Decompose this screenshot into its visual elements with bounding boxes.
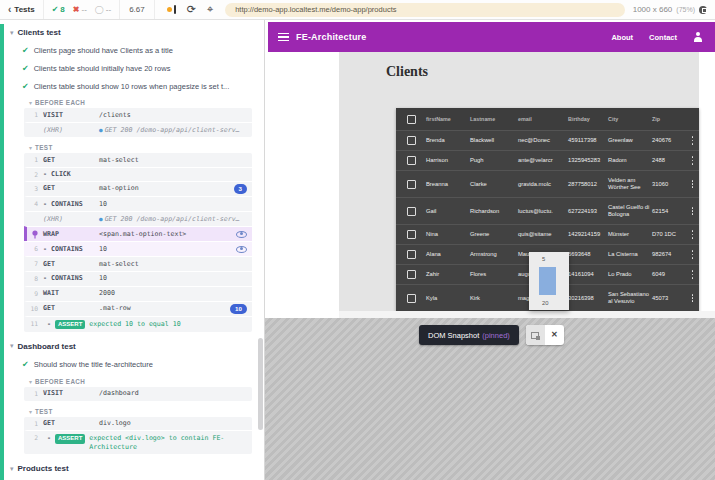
command-number: 1 xyxy=(27,389,43,397)
suite-header[interactable]: ▾Clients test xyxy=(6,22,254,42)
test-title-row[interactable]: ✔Clients table should show 10 rows when … xyxy=(6,78,254,96)
column-header: Lastname xyxy=(470,116,518,122)
eye-icon[interactable] xyxy=(236,231,247,238)
command-row[interactable]: 1GETmat-select xyxy=(24,153,252,167)
block-label[interactable]: ▾TEST xyxy=(24,405,252,417)
user-icon[interactable] xyxy=(693,32,703,42)
kebab-menu-icon[interactable] xyxy=(692,270,694,278)
pagesize-option-20[interactable]: 20 xyxy=(529,296,569,310)
command-row[interactable]: 6- CONTAINS10 xyxy=(24,241,252,256)
table-row[interactable]: BrendaBlackwellnec@Donec459117398Greenla… xyxy=(396,130,699,150)
kebab-menu-icon[interactable] xyxy=(692,156,694,164)
scrollbar-thumb[interactable] xyxy=(258,338,263,430)
cell-city: San Sebastiano al Vesuvio xyxy=(608,291,652,304)
row-checkbox[interactable] xyxy=(407,136,416,145)
pending-stat[interactable]: ◯ -- xyxy=(95,5,111,14)
command-method: VISIT xyxy=(43,389,99,397)
command-row[interactable]: 3GETmat-option3 xyxy=(24,181,252,196)
aut-panel: FE-Architecture AboutContact Clients fir… xyxy=(264,20,715,480)
suite-header[interactable]: ▾Dashboard test xyxy=(6,336,254,356)
chevron-down-icon: ▾ xyxy=(29,408,32,415)
table-row[interactable]: BreannaClarkegravida.molc287758012Velden… xyxy=(396,170,699,197)
command-row[interactable]: 2-ASSERTexpected <div.logo> to contain F… xyxy=(24,430,252,454)
snapshot-pill: DOM Snapshot (pinned) xyxy=(419,325,519,345)
check-icon: ✔ xyxy=(52,5,59,14)
command-row[interactable]: 1VISIT/clients xyxy=(24,108,252,122)
auto-scroll-toggle-icon[interactable] xyxy=(167,5,176,14)
command-row[interactable]: 10GET.mat-row10 xyxy=(24,301,252,316)
unpin-snapshot-button[interactable]: ✕ xyxy=(545,325,564,345)
select-all-checkbox[interactable] xyxy=(407,115,416,124)
command-method: GET xyxy=(43,156,99,164)
cell-firstname: Alana xyxy=(426,251,470,258)
command-method: GET xyxy=(43,184,99,192)
command-row[interactable]: 7GETmat-select xyxy=(24,256,252,271)
row-checkbox[interactable] xyxy=(407,250,416,259)
test-title-row[interactable]: ✔Should show the title fe-architecture xyxy=(6,356,254,374)
row-checkbox-cell xyxy=(396,207,426,216)
nav-link-contact[interactable]: Contact xyxy=(649,33,677,42)
chevron-down-icon: ▾ xyxy=(10,465,14,473)
kebab-menu-icon[interactable] xyxy=(692,230,694,238)
kebab-menu-icon[interactable] xyxy=(692,207,694,215)
test-title-row[interactable]: ✔Clients table should initially have 20 … xyxy=(6,60,254,78)
command-row[interactable]: 8- CONTAINS10 xyxy=(24,271,252,286)
failed-stat[interactable]: ✖ -- xyxy=(73,5,87,14)
block-label[interactable]: ▾BEFORE EACH xyxy=(24,375,252,387)
check-icon: ✔ xyxy=(22,64,29,74)
command-log: ▾Clients test✔Clients page should have C… xyxy=(6,22,254,480)
cell-lastname: Pugh xyxy=(470,157,518,164)
row-checkbox[interactable] xyxy=(407,156,416,165)
menu-icon[interactable] xyxy=(278,33,289,42)
block-label[interactable]: ▾TEST xyxy=(24,141,252,153)
eye-icon[interactable] xyxy=(236,246,247,253)
command-rows: 1VISIT/clients(XHR)●GET 200 /demo-app/ap… xyxy=(24,108,252,137)
kebab-menu-icon[interactable] xyxy=(692,136,694,144)
command-row[interactable]: WRAP<span.mat-option-text> xyxy=(24,226,252,241)
suite-header[interactable]: ▾Products test xyxy=(6,458,254,478)
cell-firstname: Nina xyxy=(426,231,470,238)
command-row[interactable]: 11-ASSERTexpected 10 to equal 10 xyxy=(24,316,252,332)
row-checkbox[interactable] xyxy=(407,230,416,239)
test-title-row[interactable]: ✔Clients page should have Clients as a t… xyxy=(6,42,254,60)
table-row[interactable]: HarrisonPughante@velarcr1325945283Radom2… xyxy=(396,150,699,170)
pagesize-option-10[interactable]: 10 xyxy=(529,266,569,296)
toggle-highlights-button[interactable] xyxy=(526,325,545,345)
command-row[interactable]: 1VISIT/dashboard xyxy=(24,387,252,401)
command-row[interactable]: 2- CLICK xyxy=(24,167,252,181)
block-label[interactable]: ▾BEFORE EACH xyxy=(24,96,252,108)
command-value: 10 xyxy=(99,274,247,283)
command-row[interactable]: 1GETdiv.logo xyxy=(24,417,252,431)
row-checkbox[interactable] xyxy=(407,270,416,279)
snapshot-controls: DOM Snapshot (pinned) ✕ xyxy=(419,325,564,345)
cell-zip: D70 1DC xyxy=(652,231,686,238)
table-row[interactable]: NinaGreenequis@sitame1429214159MünsterD7… xyxy=(396,224,699,244)
cell-email: ante@velarcr xyxy=(518,157,568,164)
command-row[interactable]: 4- CONTAINS10 xyxy=(24,196,252,211)
command-row[interactable]: 9WAIT2000 xyxy=(24,286,252,301)
row-checkbox[interactable] xyxy=(407,294,416,303)
url-bar[interactable]: http://demo-app.localtest.me/demo-app/pr… xyxy=(225,3,625,17)
row-checkbox[interactable] xyxy=(407,207,416,216)
row-checkbox[interactable] xyxy=(407,180,416,189)
reload-icon[interactable]: ⟳ xyxy=(187,4,196,15)
passed-stat[interactable]: ✔ 8 xyxy=(52,5,65,14)
nav-link-about[interactable]: About xyxy=(611,33,633,42)
cell-city: Greenlaw xyxy=(608,137,652,144)
kebab-menu-icon[interactable] xyxy=(692,250,694,258)
kebab-menu-icon[interactable] xyxy=(692,294,694,302)
pagesize-option-5[interactable]: 5 xyxy=(529,252,569,266)
command-row[interactable]: (XHR)●GET 200 /demo-app/api/client-serv… xyxy=(24,122,252,137)
command-method: GET xyxy=(43,260,99,268)
cell-lastname: Kirk xyxy=(470,295,518,302)
command-row[interactable]: (XHR)●GET 200 /demo-app/api/client-serv… xyxy=(24,211,252,226)
viewport-menu-icon[interactable] xyxy=(699,6,707,14)
kebab-menu-icon[interactable] xyxy=(692,180,694,188)
app-content: Clients firstNameLastnameemailBirthdayCi… xyxy=(339,52,699,318)
selector-playground-icon[interactable]: ⌖ xyxy=(207,4,213,15)
back-to-tests-button[interactable]: ‹ Tests xyxy=(0,0,44,19)
assert-message: expected 10 to equal 10 xyxy=(89,320,247,329)
cell-birthday: 1429214159 xyxy=(568,231,608,238)
cell-zip: 6049 xyxy=(652,271,686,278)
table-row[interactable]: GailRichardsonluctus@luctu.627224193Cast… xyxy=(396,197,699,224)
